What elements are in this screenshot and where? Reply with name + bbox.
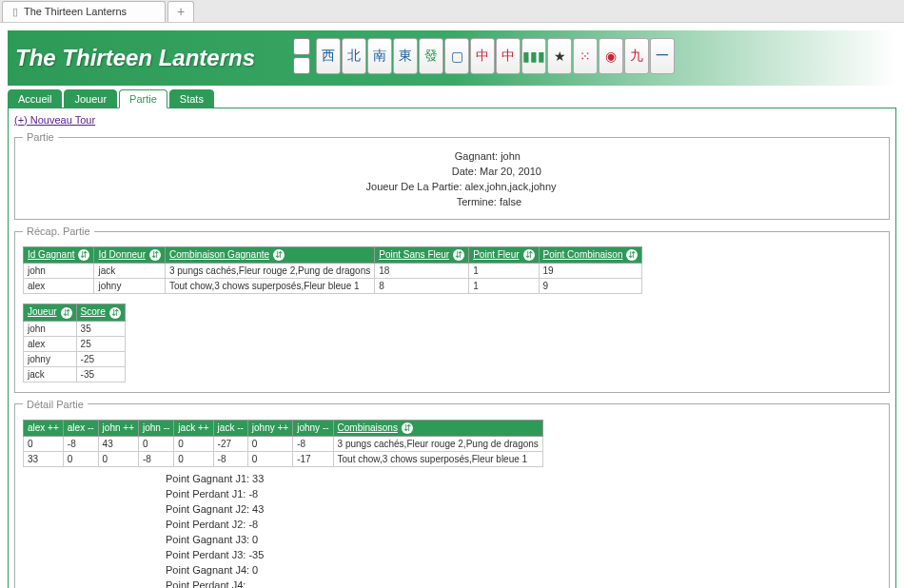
mahjong-tile: ★ — [547, 38, 572, 74]
sort-icon: ⇵ — [78, 249, 89, 261]
col-header[interactable]: jack ++ — [174, 420, 213, 436]
point-line: Point Perdant J4: — [166, 578, 881, 588]
legend-detail: Détail Partie — [23, 399, 88, 410]
mahjong-tile: 西 — [316, 38, 341, 74]
fieldset-recap: Récap. Partie Id Gagnant⇵ Id Donneur⇵ Co… — [14, 225, 890, 393]
dice-icon — [293, 57, 310, 74]
legend-partie: Partie — [23, 131, 58, 143]
col-header[interactable]: john ++ — [98, 420, 138, 436]
termine-label: Termine: — [383, 194, 497, 209]
table-row: jack-35 — [24, 366, 126, 382]
table-row: john35 — [24, 321, 126, 336]
point-line: Point Perdant J2: -8 — [166, 517, 881, 532]
banner: The Thirteen Lanterns 西 北 南 東 發 ▢ 中 中 ▮▮… — [8, 30, 896, 86]
sort-icon: ⇵ — [626, 249, 638, 261]
tab-partie[interactable]: Partie — [119, 89, 167, 108]
table-header-row: Joueur⇵ Score⇵ — [24, 304, 126, 321]
mahjong-tile: 發 — [419, 38, 443, 74]
mahjong-tile: 中 — [470, 38, 495, 74]
site-title: The Thirteen Lanterns — [15, 45, 255, 71]
col-header[interactable]: john -- — [138, 420, 173, 436]
mahjong-tile: ▮▮▮ — [521, 38, 546, 74]
points-list: Point Gagnant J1: 33 Point Perdant J1: -… — [166, 471, 881, 588]
dice-icon — [293, 38, 310, 55]
fieldset-partie: Partie Gagnant: john Date: Mar 20, 2010 … — [14, 131, 890, 220]
col-header[interactable]: johny ++ — [247, 420, 292, 436]
page-icon: ▯ — [12, 6, 18, 18]
mahjong-tile: 南 — [367, 38, 392, 74]
col-header[interactable]: Point Combinaison⇵ — [539, 247, 642, 264]
col-header[interactable]: Id Donneur⇵ — [94, 247, 165, 264]
joueurs-value: alex,john,jack,johny — [465, 181, 557, 192]
mahjong-tile: 一 — [650, 38, 675, 74]
sort-icon: ⇵ — [273, 249, 285, 261]
col-header[interactable]: Joueur⇵ — [24, 304, 77, 321]
date-label: Date: — [363, 164, 477, 179]
joueurs-label: Joueur De La Partie: — [347, 179, 462, 194]
legend-recap: Récap. Partie — [23, 225, 94, 237]
table-row: alexjohnyTout chow,3 chows superposés,Fl… — [24, 279, 642, 294]
recap-table-1: Id Gagnant⇵ Id Donneur⇵ Combinaison Gagn… — [23, 246, 642, 294]
recap-table-2: Joueur⇵ Score⇵ john35 alex25 johny-25 ja… — [23, 304, 126, 382]
col-header[interactable]: Point Sans Fleur⇵ — [375, 247, 469, 264]
tab-title: The Thirteen Lanterns — [24, 6, 127, 17]
col-header[interactable]: jack -- — [213, 420, 247, 436]
mahjong-tile: ▢ — [444, 38, 469, 74]
table-row: alex25 — [24, 336, 126, 351]
mahjong-tile: ⁙ — [573, 38, 598, 74]
mahjong-tile: 中 — [496, 38, 521, 74]
table-row: johnjack3 pungs cachés,Fleur rouge 2,Pun… — [24, 264, 642, 279]
content-panel: (+) Nouveau Tour Partie Gagnant: john Da… — [8, 108, 896, 588]
mahjong-tile: 東 — [393, 38, 418, 74]
detail-table: alex ++ alex -- john ++ john -- jack ++ … — [23, 420, 543, 467]
col-header[interactable]: Combinaisons⇵ — [333, 420, 542, 436]
sort-icon: ⇵ — [61, 307, 72, 319]
col-header[interactable]: Score⇵ — [76, 304, 125, 321]
col-header[interactable]: johny -- — [293, 420, 333, 436]
col-header[interactable]: Point Fleur⇵ — [469, 247, 539, 264]
sort-icon: ⇵ — [402, 422, 413, 434]
col-header[interactable]: Combinaison Gagnante⇵ — [165, 247, 374, 264]
table-row: 0-84300-270-83 pungs cachés,Fleur rouge … — [24, 437, 543, 452]
col-header[interactable]: Id Gagnant⇵ — [24, 247, 94, 264]
gagnant-label: Gagnant: — [383, 148, 498, 164]
nav-tabs: Accueil Joueur Partie Stats — [8, 89, 896, 108]
sort-icon: ⇵ — [109, 307, 121, 319]
table-row: 3300-80-80-17Tout chow,3 chows superposé… — [24, 452, 543, 467]
table-row: johny-25 — [24, 351, 126, 366]
point-line: Point Gagnant J3: 0 — [166, 532, 881, 547]
point-line: Point Perdant J1: -8 — [166, 486, 881, 501]
point-line: Point Gagnant J4: 0 — [166, 562, 881, 578]
sort-icon: ⇵ — [453, 249, 464, 261]
point-line: Point Gagnant J1: 33 — [166, 471, 881, 486]
termine-value: false — [500, 196, 521, 207]
col-header[interactable]: alex -- — [63, 420, 98, 436]
browser-tab-bar: ▯ The Thirteen Lanterns + — [0, 0, 904, 23]
mahjong-tile: 九 — [624, 38, 649, 74]
point-line: Point Gagnant J2: 43 — [166, 501, 881, 517]
col-header[interactable]: alex ++ — [24, 420, 64, 436]
tab-accueil[interactable]: Accueil — [8, 89, 62, 108]
mahjong-tile: ◉ — [599, 38, 623, 74]
mahjong-tile: 北 — [342, 38, 366, 74]
browser-tab-active[interactable]: ▯ The Thirteen Lanterns — [2, 1, 166, 22]
sort-icon: ⇵ — [149, 249, 161, 261]
fieldset-detail: Détail Partie alex ++ alex -- john ++ jo… — [14, 399, 890, 588]
date-value: Mar 20, 2010 — [480, 166, 541, 177]
table-header-row: alex ++ alex -- john ++ john -- jack ++ … — [24, 420, 543, 436]
new-tab-button[interactable]: + — [167, 1, 194, 22]
gagnant-value: john — [501, 150, 521, 162]
table-header-row: Id Gagnant⇵ Id Donneur⇵ Combinaison Gagn… — [24, 247, 642, 264]
point-line: Point Perdant J3: -35 — [166, 547, 881, 562]
mahjong-tiles: 西 北 南 東 發 ▢ 中 中 ▮▮▮ ★ ⁙ ◉ 九 一 — [293, 38, 676, 74]
sort-icon: ⇵ — [523, 249, 535, 261]
tab-stats[interactable]: Stats — [169, 89, 214, 108]
tab-joueur[interactable]: Joueur — [64, 89, 117, 108]
nouveau-tour-link-top[interactable]: (+) Nouveau Tour — [14, 114, 95, 126]
